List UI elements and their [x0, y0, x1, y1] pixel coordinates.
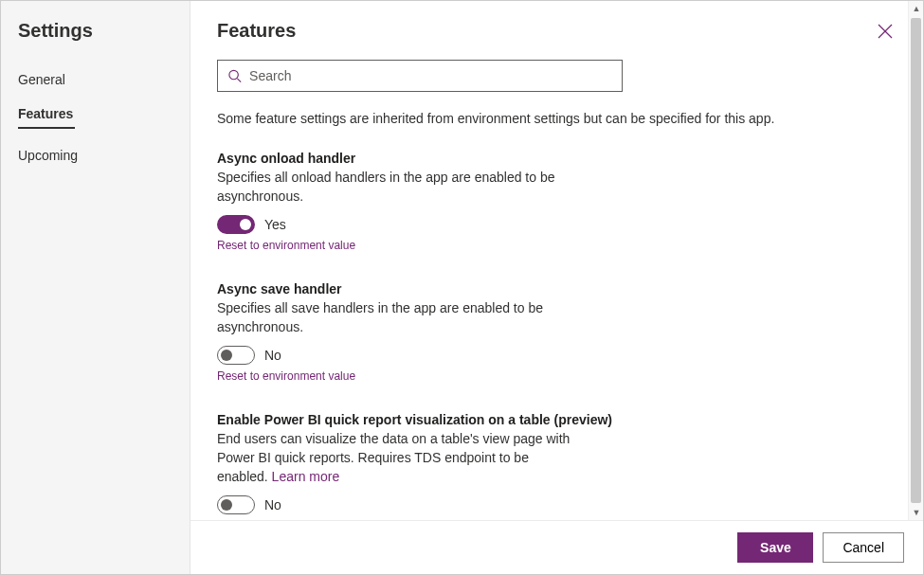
- setting-description: Specifies all save handlers in the app a…: [217, 298, 577, 336]
- setting-async-save: Async save handler Specifies all save ha…: [217, 281, 786, 384]
- close-icon: [878, 24, 893, 39]
- settings-sidebar: Settings General Features Upcoming: [1, 1, 190, 574]
- nav-item-upcoming[interactable]: Upcoming: [1, 138, 190, 172]
- setting-async-onload: Async onload handler Specifies all onloa…: [217, 151, 786, 253]
- toggle-state-label: No: [264, 348, 281, 363]
- setting-title: Async onload handler: [217, 151, 786, 166]
- page-title: Features: [217, 20, 296, 42]
- setting-description: Specifies all onload handlers in the app…: [217, 168, 577, 206]
- setting-title: Enable Power BI quick report visualizati…: [217, 412, 786, 427]
- reset-link[interactable]: Reset to environment value: [217, 369, 355, 383]
- main-panel: Features Some feature settings are inher…: [190, 1, 923, 574]
- nav-item-features[interactable]: Features: [1, 97, 190, 138]
- save-button[interactable]: Save: [737, 532, 813, 563]
- footer-actions: Save Cancel: [190, 520, 923, 574]
- scrollbar[interactable]: ▲ ▼: [908, 1, 923, 520]
- scrollbar-thumb[interactable]: [911, 18, 921, 503]
- svg-line-3: [237, 79, 241, 82]
- sidebar-title: Settings: [1, 20, 190, 63]
- search-input[interactable]: [249, 68, 612, 83]
- toggle-async-save[interactable]: [217, 346, 255, 365]
- svg-point-2: [229, 70, 238, 79]
- toggle-state-label: Yes: [264, 217, 286, 232]
- setting-title: Async save handler: [217, 281, 786, 296]
- cancel-button[interactable]: Cancel: [823, 532, 904, 563]
- scroll-up-icon[interactable]: ▲: [909, 1, 923, 16]
- intro-text: Some feature settings are inherited from…: [217, 111, 897, 126]
- content-scroll[interactable]: Features Some feature settings are inher…: [190, 1, 923, 520]
- scroll-down-icon[interactable]: ▼: [909, 505, 923, 520]
- setting-description: End users can visualize the data on a ta…: [217, 429, 577, 486]
- search-input-wrapper[interactable]: [217, 60, 623, 92]
- setting-powerbi-quick-report: Enable Power BI quick report visualizati…: [217, 412, 786, 514]
- learn-more-link[interactable]: Learn more: [272, 469, 340, 484]
- toggle-powerbi-quick-report[interactable]: [217, 495, 255, 514]
- toggle-async-onload[interactable]: [217, 215, 255, 234]
- reset-link[interactable]: Reset to environment value: [217, 239, 355, 252]
- search-icon: [227, 68, 242, 83]
- close-button[interactable]: [874, 20, 897, 43]
- toggle-state-label: No: [264, 497, 281, 512]
- nav-item-general[interactable]: General: [1, 63, 190, 97]
